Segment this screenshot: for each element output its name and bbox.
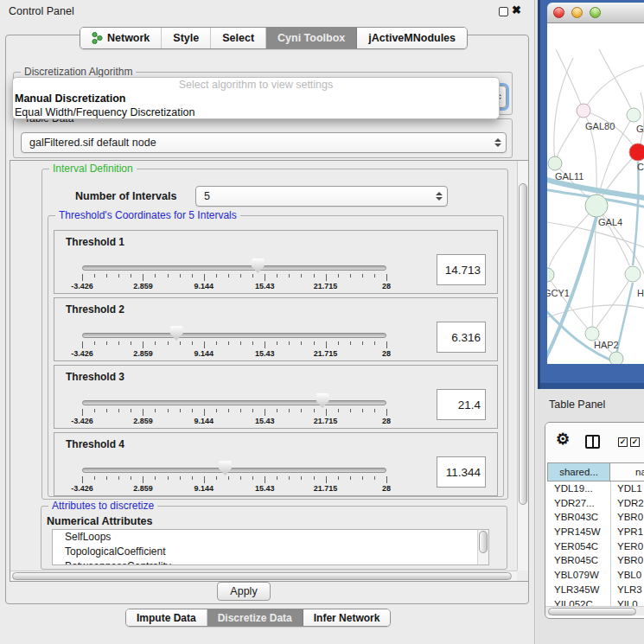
table-cell[interactable]: YBR045C [547,553,610,568]
tab-discretize-data[interactable]: Discretize Data [207,609,303,626]
split-columns-icon[interactable] [585,435,600,449]
tab-style[interactable]: Style [162,28,211,48]
table-cell[interactable]: YBR043C [547,510,610,525]
slider-track[interactable] [82,400,386,405]
tab-label: Network [107,32,150,44]
tab-infer-network[interactable]: Infer Network [303,609,391,626]
network-node[interactable] [629,143,644,161]
slider-thumb[interactable] [170,326,183,341]
float-window-icon[interactable] [499,7,508,16]
table-horizontal-scrollbar[interactable] [545,606,644,615]
table-row[interactable]: YER054CYER0 [547,539,644,554]
table-cell[interactable]: YDR27... [547,496,610,511]
table-cell[interactable]: YBR0 [610,510,644,525]
attribute-item-topologicalcoefficient[interactable]: TopologicalCoefficient [53,545,488,559]
checkbox-select-all-icon[interactable]: ✓ [630,437,640,447]
table-cell[interactable]: YER054C [547,539,610,554]
slider-track[interactable] [82,468,386,473]
table-cell[interactable]: YDR2 [610,496,644,511]
network-canvas[interactable]: GAL80GACGAL11GAL4GCY1HHAP2 [547,23,644,364]
table-row[interactable]: YBL079WYBL0 [547,568,644,583]
table-row[interactable]: YBR045CYBR0 [547,553,644,568]
threshold-coordinates-group: Threshold's Coordinates for 5 Intervals … [48,215,504,497]
table-row[interactable]: YPR145WYPR1 [547,525,644,539]
network-node[interactable] [585,194,608,217]
close-traffic-light-icon[interactable] [553,7,564,18]
tab-label: Cyni Toolbox [277,32,345,44]
number-of-intervals-combobox[interactable]: 5 [195,186,448,207]
vertical-scrollbar-thumb[interactable] [519,183,527,505]
tab-network[interactable]: Network [80,28,162,48]
network-node[interactable] [547,268,554,282]
apply-button[interactable]: Apply [217,582,271,601]
network-node-label: GCY1 [547,288,570,298]
slider-track[interactable] [82,265,386,271]
threshold-value-field[interactable]: 11.344 [437,456,486,488]
horizontal-scrollbar[interactable] [10,571,517,581]
table-cell[interactable]: YBL079W [547,568,610,583]
tab-cyni-toolbox[interactable]: Cyni Toolbox [266,28,357,48]
threshold-panel-3: Threshold 3-3.4262.8599.14415.4321.71528… [54,365,498,429]
network-node[interactable] [609,352,623,364]
algorithm-prompt-item[interactable]: Select algorithm to view settings [13,79,499,92]
slider-track[interactable] [82,333,386,338]
table-cell[interactable]: YBR0 [610,553,644,568]
algorithm-option-manual-discretization[interactable]: Manual Discretization [13,92,499,105]
zoom-traffic-light-icon[interactable] [590,7,601,18]
table-cell[interactable]: YBL0 [610,568,644,583]
attribute-item-selfloops[interactable]: SelfLoops [53,530,488,545]
attribute-item-betweennesscentrality[interactable]: BetweennessCentrality [53,559,488,565]
table-cell[interactable]: YDL19... [547,481,610,496]
checkbox-select-icon[interactable]: ✓ [618,437,628,447]
network-node[interactable] [585,327,599,341]
slider-thumb[interactable] [316,393,329,408]
horizontal-scrollbar-thumb[interactable] [12,572,512,580]
minimize-traffic-light-icon[interactable] [571,7,583,18]
table-cell[interactable]: YER0 [610,539,644,554]
gear-icon[interactable]: ⚙ [556,430,570,449]
discretization-algorithm-label: Discretization Algorithm [21,66,136,78]
tab-select[interactable]: Select [211,28,266,48]
list-scrollbar-thumb[interactable] [479,531,488,553]
network-view-window[interactable]: GAL80GACGAL11GAL4GCY1HHAP2 [538,0,644,389]
algorithm-dropdown-popup: Select algorithm to view settings Manual… [12,77,500,119]
table-hscroll-thumb[interactable] [548,608,636,615]
network-node-label: C [637,162,644,172]
table-panel-title: Table Panel [549,399,605,411]
slider-tick-labels: -3.4262.8599.14415.4321.71528 [82,417,386,425]
vertical-scrollbar[interactable] [517,161,528,571]
table-data-combobox[interactable]: galFiltered.sif default node [21,132,507,153]
slider-thumb[interactable] [252,258,265,273]
table-column-header-1[interactable]: shared... [547,462,610,481]
tab-jactivemnodules[interactable]: jActiveMNodules [357,28,467,48]
table-row[interactable]: YDL19...YDL1 [547,481,644,496]
tab-impute-data[interactable]: Impute Data [126,609,207,626]
network-node-label: GAL4 [598,217,622,227]
table-toolbar: ⚙ ✓ ✓ [545,423,644,462]
table-column-header-2[interactable]: na [610,462,644,481]
slider-ticks [82,409,386,416]
cyni-mode-tabs: Impute DataDiscretize DataInfer Network [125,609,391,627]
close-icon[interactable]: ✖ [512,3,521,16]
table-cell[interactable]: YPR1 [610,525,644,539]
network-node[interactable] [548,156,562,170]
slider-thumb[interactable] [219,461,232,475]
network-node[interactable] [627,108,641,122]
table-cell[interactable]: YLR3 [610,583,644,597]
table-row[interactable]: YLR345WYLR3 [547,583,644,597]
attribute-items: SelfLoopsTopologicalCoefficientBetweenne… [53,530,488,565]
network-node[interactable] [577,104,590,118]
network-node[interactable] [625,266,641,282]
table-cell[interactable]: YPR145W [547,525,610,539]
threshold-value-field[interactable]: 14.713 [437,254,486,285]
table-cell[interactable]: YDL1 [610,481,644,496]
list-scrollbar[interactable] [477,530,488,564]
table-row[interactable]: YDR27...YDR2 [547,496,644,511]
table-row[interactable]: YBR043CYBR0 [547,510,644,525]
network-node-label: GA [636,124,644,134]
threshold-value-field[interactable]: 6.316 [437,322,486,353]
threshold-value-field[interactable]: 21.4 [437,389,486,420]
table-cell[interactable]: YLR345W [547,583,610,597]
interval-definition-group: Interval Definition Number of Intervals … [41,169,508,500]
algorithm-option-equal-width-frequency-discretization[interactable]: Equal Width/Frequency Discretization [13,105,499,119]
